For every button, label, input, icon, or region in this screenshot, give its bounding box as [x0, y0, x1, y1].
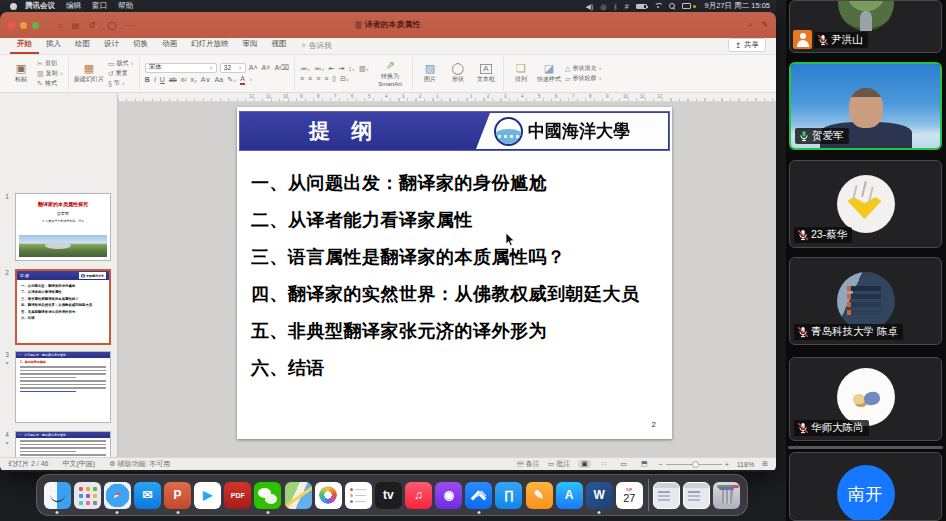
participant-tile-4[interactable]: 华师大陈尚: [789, 357, 942, 441]
paste-button[interactable]: ▣粘贴: [9, 63, 33, 84]
zoom-level[interactable]: 118%: [737, 461, 754, 468]
tab-审阅[interactable]: 审阅: [236, 37, 265, 54]
tab-视图[interactable]: 视图: [265, 37, 294, 54]
dock-item-maps[interactable]: [284, 476, 312, 514]
volume-icon[interactable]: ◀): [586, 3, 594, 10]
dock-item-tencent-meeting[interactable]: [465, 476, 493, 514]
underline-button[interactable]: U: [160, 76, 165, 83]
language-status[interactable]: 中文(中国): [62, 459, 95, 469]
slide-outline-item[interactable]: 四、翻译家的实然世界：从佛教权威到朝廷大员: [251, 276, 664, 313]
current-slide[interactable]: 提 纲 中國海洋大學 一、从问题出发：翻译家的身份尴尬二、从译者能力看译家属性三…: [237, 107, 672, 439]
justify-button[interactable]: ≡: [324, 75, 328, 82]
tab-tell-me[interactable]: ✧ 告诉我: [294, 39, 339, 54]
strikethrough-button[interactable]: ab: [169, 76, 177, 83]
dock-item-trash[interactable]: [713, 476, 741, 514]
dock-item-window-stack-1[interactable]: [653, 476, 681, 514]
italic-button[interactable]: I: [154, 76, 156, 83]
zoom-window-button[interactable]: [32, 22, 39, 29]
change-case-button[interactable]: Aa: [215, 76, 224, 83]
keyboard-icon[interactable]: #: [625, 3, 629, 10]
tab-动画[interactable]: 动画: [155, 37, 184, 54]
highlight-button[interactable]: ✎∨: [227, 76, 236, 84]
align-left-button[interactable]: ≡: [300, 75, 304, 82]
dock-item-music[interactable]: ♫: [405, 476, 433, 514]
dock-item-word[interactable]: W: [585, 476, 613, 514]
clear-format-icon[interactable]: A⌫: [274, 64, 289, 72]
indent-button[interactable]: ⇥: [338, 65, 344, 73]
zoom-out-icon[interactable]: −: [659, 461, 663, 468]
tab-插入[interactable]: 插入: [39, 37, 68, 54]
dock-item-apple-tv[interactable]: tv: [374, 476, 402, 514]
outdent-button[interactable]: ⇤: [329, 65, 335, 73]
normal-view-button[interactable]: ▣: [578, 460, 591, 468]
slideshow-view-button[interactable]: ⬒: [638, 460, 651, 468]
spotlight-icon[interactable]: [669, 3, 675, 9]
accessibility-status[interactable]: ⚙ 辅助功能: 不可用: [109, 459, 170, 469]
zoom-in-icon[interactable]: +: [725, 461, 729, 468]
superscript-button[interactable]: x²: [181, 76, 187, 83]
dock-item-wechat[interactable]: [254, 476, 282, 514]
menubar-item-0[interactable]: 腾讯会议: [25, 1, 55, 10]
comments-toggle[interactable]: ▭ 批注: [548, 459, 571, 469]
search-icon[interactable]: ⌕: [748, 20, 752, 30]
menubar-item-1[interactable]: 编辑: [66, 1, 81, 10]
tab-切换[interactable]: 切换: [126, 37, 155, 54]
minimize-window-button[interactable]: [20, 22, 27, 29]
slide-thumbnail-3[interactable]: 一、从问题出发：翻译家的身份尴尬1、身份研究的缘起: [15, 351, 111, 423]
dock-item-photos[interactable]: [314, 476, 342, 514]
quick-styles-button[interactable]: ◪快速样式: [537, 63, 561, 84]
dock-item-pages[interactable]: ✎: [525, 476, 553, 514]
shapes-button[interactable]: ◯形状: [446, 63, 470, 84]
participant-tile-3[interactable]: 青岛科技大学 陈卓: [789, 257, 942, 345]
tab-幻灯片放映[interactable]: 幻灯片放映: [184, 37, 236, 54]
slide-title[interactable]: 提 纲: [309, 117, 380, 145]
tab-开始[interactable]: 开始: [10, 37, 39, 54]
more-commands-icon[interactable]: ⋯: [125, 21, 133, 30]
font-color-button[interactable]: A: [240, 75, 245, 85]
slide-outline-item[interactable]: 三、语言属性是翻译家的本质属性吗？: [251, 239, 664, 276]
close-window-button[interactable]: [8, 22, 15, 29]
font-size-select[interactable]: 32∨: [220, 63, 246, 73]
record-icon[interactable]: ◎: [600, 3, 606, 10]
apple-menu-icon[interactable]: [10, 3, 17, 10]
fit-slide-icon[interactable]: ⊞: [762, 460, 768, 468]
increase-font-icon[interactable]: A˄: [249, 64, 258, 71]
dock-item-pdf-expert[interactable]: PDF: [224, 476, 252, 514]
slide-thumbnail-4[interactable]: 一、从问题出发：翻译家的身份尴尬: [15, 431, 111, 457]
zoom-knob[interactable]: [692, 461, 699, 468]
undo-icon[interactable]: ↺∨: [88, 21, 98, 30]
notes-toggle[interactable]: ▤ 备注: [517, 459, 540, 469]
text-direction-button[interactable]: ▯: [332, 75, 336, 83]
home-icon[interactable]: ⌂: [58, 21, 63, 30]
line-spacing-button[interactable]: ↕∨: [348, 65, 355, 72]
dock-item-app-store[interactable]: A: [555, 476, 583, 514]
participant-tile-2[interactable]: 23-蔡华: [789, 160, 942, 248]
new-slide-button[interactable]: ▦新建幻灯片: [74, 63, 104, 84]
text-box-button[interactable]: A文本框: [474, 64, 498, 84]
slide-outline-item[interactable]: 一、从问题出发：翻译家的身份尴尬: [251, 165, 664, 202]
reading-view-button[interactable]: ▭: [617, 460, 630, 468]
decrease-font-icon[interactable]: A˅: [262, 64, 271, 71]
zoom-slider[interactable]: − +: [659, 461, 729, 468]
tab-设计[interactable]: 设计: [97, 37, 126, 54]
slide-outline-list[interactable]: 一、从问题出发：翻译家的身份尴尬二、从译者能力看译家属性三、语言属性是翻译家的本…: [251, 165, 664, 387]
shape-fill-button[interactable]: △形状填充∨: [565, 64, 602, 73]
dock-item-reminders[interactable]: [344, 476, 372, 514]
dock-item-mail[interactable]: ✉: [133, 476, 161, 514]
reset-button[interactable]: ↺重置: [108, 69, 134, 78]
dock-item-window-stack-2[interactable]: [683, 476, 711, 514]
columns-button[interactable]: ▥∨: [359, 65, 369, 73]
font-name-select[interactable]: 宋体∨: [145, 63, 217, 73]
slide-outline-item[interactable]: 六、结语: [251, 350, 664, 387]
battery-icon[interactable]: [636, 4, 647, 9]
numbering-button[interactable]: ≕∨: [314, 65, 324, 73]
zoom-track[interactable]: [666, 464, 722, 465]
copy-button[interactable]: ▥复制∨: [37, 69, 63, 78]
section-button[interactable]: §节∨: [108, 79, 134, 88]
text-effects-button[interactable]: A∨: [201, 76, 211, 84]
redo-icon[interactable]: ◯: [107, 21, 116, 30]
menubar-item-2[interactable]: 窗口: [92, 1, 107, 10]
arrange-button[interactable]: ❏排列: [509, 63, 533, 84]
slide-thumbnail-1[interactable]: 翻译家的本质属性探究贺爱军✦ 中国海洋大学特聘教授、博导: [15, 193, 111, 261]
display-sharing-icon[interactable]: [682, 3, 691, 9]
